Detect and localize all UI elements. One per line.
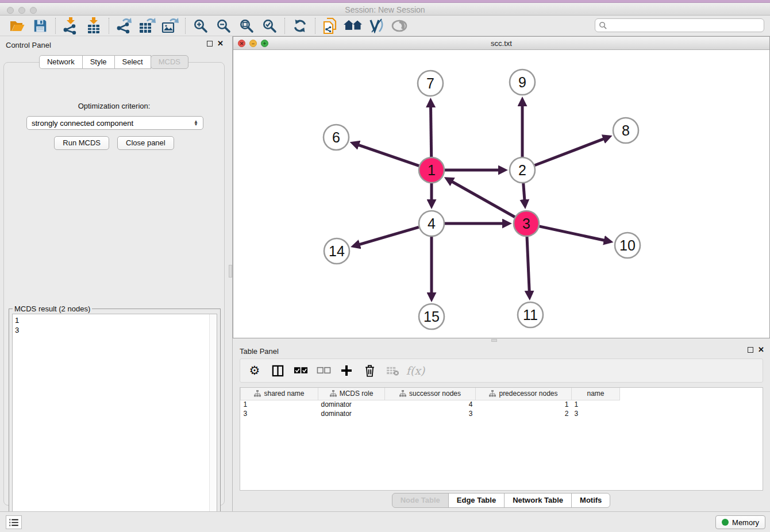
column-header[interactable]: name (572, 388, 620, 400)
import-network-icon[interactable] (59, 17, 82, 35)
table-cell[interactable]: 3 (241, 409, 318, 418)
graph-node-8[interactable]: 8 (613, 118, 638, 143)
export-image-icon[interactable] (159, 17, 182, 35)
export-network-icon[interactable] (113, 17, 136, 35)
tab-network[interactable]: Network (39, 55, 83, 69)
clone-network-icon[interactable] (319, 17, 342, 35)
export-table-icon[interactable] (136, 17, 159, 35)
mcds-result-text[interactable]: 1 3 (12, 314, 217, 523)
criterion-dropdown[interactable]: strongly connected component ▲▼ (26, 116, 203, 130)
svg-text:14: 14 (329, 243, 345, 259)
table-row[interactable]: 3dominator323 (241, 409, 620, 418)
column-header[interactable]: MCDS role (318, 388, 385, 400)
select-all-rows-icon[interactable] (291, 361, 310, 380)
column-visibility-icon[interactable] (268, 361, 287, 380)
graph-edge-1-7[interactable] (430, 101, 431, 157)
graph-edge-4-14[interactable] (354, 227, 419, 246)
table-cell[interactable]: dominator (318, 409, 385, 418)
import-table-icon[interactable] (82, 17, 105, 35)
table-panel-tabs: Node Table Edge Table Network Table Moti… (233, 493, 770, 508)
tab-edge-table[interactable]: Edge Table (448, 493, 505, 508)
main-toolbar (0, 16, 770, 36)
tab-node-table[interactable]: Node Table (392, 493, 449, 508)
task-history-button[interactable] (6, 515, 22, 529)
table-cell[interactable]: 1 (241, 400, 318, 409)
criterion-selected-value: strongly connected component (32, 119, 194, 128)
divider-handle[interactable] (229, 265, 232, 277)
graph-edge-3-10[interactable] (539, 226, 610, 242)
graph-node-3[interactable]: 3 (514, 211, 539, 236)
node-table[interactable]: shared nameMCDS rolesuccessor nodesprede… (240, 387, 763, 491)
run-mcds-button[interactable]: Run MCDS (54, 136, 109, 150)
graph-node-7[interactable]: 7 (418, 71, 443, 96)
close-panel-icon[interactable]: ✕ (217, 41, 224, 47)
result-scrollbar[interactable] (209, 314, 217, 523)
column-header[interactable]: predecessor nodes (476, 388, 572, 400)
table-cell[interactable]: 3 (385, 409, 476, 418)
function-builder-icon[interactable]: f(x) (406, 361, 425, 380)
save-icon[interactable] (29, 17, 52, 35)
tab-network-table[interactable]: Network Table (504, 493, 572, 508)
graph-node-10[interactable]: 10 (615, 233, 640, 258)
zoom-selected-icon[interactable] (258, 17, 281, 35)
table-cell[interactable]: 4 (385, 400, 476, 409)
toolbar-separator (109, 18, 109, 34)
graph-node-1[interactable]: 1 (419, 157, 444, 183)
column-header[interactable]: successor nodes (385, 388, 476, 400)
tab-style[interactable]: Style (82, 55, 115, 69)
table-panel-header: Table Panel ✕ (233, 342, 770, 360)
vizmapper-icon[interactable] (365, 17, 388, 35)
table-cell[interactable]: 3 (572, 409, 620, 418)
graph-node-2[interactable]: 2 (510, 157, 535, 183)
attribute-tree-icon (330, 390, 337, 397)
delete-column-icon[interactable] (360, 361, 379, 380)
graph-node-11[interactable]: 11 (518, 302, 543, 327)
graph-edge-2-3[interactable] (523, 183, 525, 206)
graph-edge-1-6[interactable] (353, 143, 419, 165)
graph-node-15[interactable]: 15 (419, 304, 444, 329)
graph-edge-3-11[interactable] (527, 237, 530, 297)
graph-node-4[interactable]: 4 (419, 211, 444, 236)
float-panel-icon[interactable] (748, 347, 753, 353)
graph-node-14[interactable]: 14 (324, 238, 349, 264)
mcds-result-box: MCDS result (2 nodes) 1 3 (9, 309, 221, 527)
deselect-all-rows-icon[interactable] (314, 361, 333, 380)
column-header[interactable]: shared name (241, 388, 318, 400)
open-folder-icon[interactable] (6, 17, 29, 35)
graph-node-9[interactable]: 9 (510, 70, 535, 95)
vertical-split-divider[interactable] (228, 36, 233, 511)
divider-handle[interactable] (491, 339, 497, 342)
table-cell[interactable]: 1 (476, 400, 572, 409)
zoom-fit-icon[interactable] (235, 17, 258, 35)
add-column-icon[interactable] (337, 361, 356, 380)
graph-node-6[interactable]: 6 (324, 125, 349, 150)
home-icon[interactable] (342, 17, 365, 35)
search-input[interactable] (607, 20, 764, 31)
float-panel-icon[interactable] (207, 41, 213, 47)
graph-edge-3-1[interactable] (447, 179, 515, 217)
tab-motifs[interactable]: Motifs (571, 493, 610, 508)
table-settings-gear-icon[interactable]: ⚙ (245, 361, 264, 380)
memory-label: Memory (732, 518, 759, 527)
table-cell[interactable]: 2 (476, 409, 572, 418)
table-row[interactable]: 1dominator411 (241, 400, 620, 409)
close-panel-icon[interactable]: ✕ (758, 347, 764, 353)
table-cell[interactable]: dominator (318, 400, 385, 409)
search-field[interactable] (595, 18, 764, 32)
zoom-in-icon[interactable] (189, 17, 212, 35)
zoom-out-icon[interactable] (212, 17, 235, 35)
table-cell[interactable]: 1 (572, 400, 620, 409)
tab-mcds[interactable]: MCDS (151, 55, 188, 69)
hide-eye-icon[interactable] (388, 17, 411, 35)
refresh-layout-icon[interactable] (288, 17, 311, 35)
network-canvas[interactable]: 7968124314101511 (233, 50, 769, 338)
memory-button[interactable]: Memory (715, 515, 765, 529)
tab-select[interactable]: Select (114, 55, 151, 69)
network-graph[interactable]: 7968124314101511 (233, 50, 769, 338)
graph-edge-2-8[interactable] (534, 137, 609, 165)
horizontal-split-divider[interactable] (233, 338, 770, 342)
mcds-tab-content: Optimization criterion: strongly connect… (3, 62, 225, 506)
svg-text:8: 8 (622, 122, 630, 138)
delete-table-icon[interactable] (383, 361, 402, 380)
close-panel-button[interactable]: Close panel (117, 136, 174, 150)
